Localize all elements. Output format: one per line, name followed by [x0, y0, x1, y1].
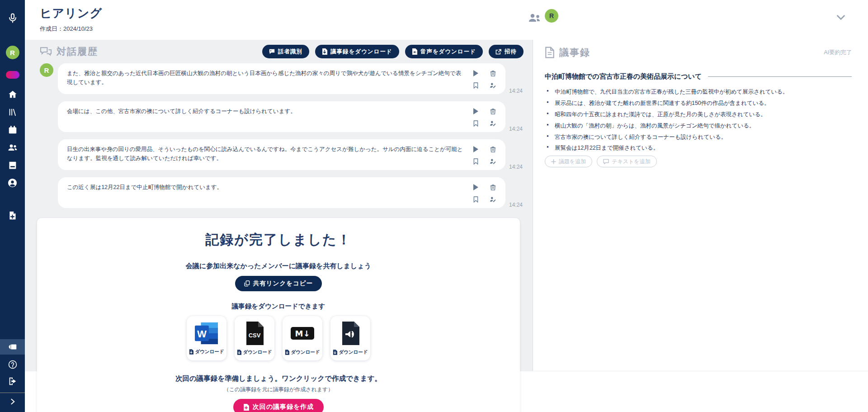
speaker-avatar: R: [40, 63, 53, 77]
chat-message: この近く展は12月22日まで中止町博物館で開かれています。: [40, 177, 524, 208]
download-file-icon: [285, 350, 289, 355]
add-text-button[interactable]: テキストを追加: [597, 156, 656, 167]
markdown-icon: M↓: [290, 321, 315, 346]
message-bubble: また、雅治と親交のあった近代日本画の巨匠横山大観の漁村の朝という日本画から感じた…: [58, 63, 505, 94]
audio-file-icon: [412, 48, 417, 55]
edit-speaker-icon[interactable]: [490, 120, 496, 127]
download-file-icon: [333, 350, 337, 355]
download-tile-markdown[interactable]: M↓ ダウンロード: [283, 316, 322, 360]
minutes-bullet: 中泊町博物館で、九代目当主の宮古市正春が残した三冊の監視中が初めて展示されている…: [545, 88, 852, 96]
bookmark-icon[interactable]: [472, 158, 479, 165]
participants-icon[interactable]: [528, 12, 542, 24]
help-icon[interactable]: [7, 359, 19, 370]
user-avatar[interactable]: R: [545, 9, 558, 23]
logout-icon[interactable]: [7, 375, 19, 387]
copy-share-link-button[interactable]: 共有リンクをコピー: [235, 276, 322, 291]
speaker-id-button[interactable]: 話者識別: [262, 45, 309, 58]
chat-message: R また、雅治と親交のあった近代日本画の巨匠横山大観の漁村の朝という日本画から感…: [40, 63, 524, 94]
minutes-topic-title: 中泊町博物館での宮古市正春の美術品展示について: [545, 72, 702, 81]
next-minutes-note: （この議事録を元に議事録が作成されます）: [37, 386, 520, 393]
minutes-bullet: 横山大観の「漁村の朝」からは、漁村の風景がシチゴン絶句で描かれている。: [545, 122, 852, 130]
word-file-icon: W: [194, 322, 219, 345]
bookmark-icon[interactable]: [472, 196, 479, 203]
play-icon[interactable]: [472, 146, 479, 152]
svg-text:CSV: CSV: [249, 332, 261, 339]
bookmark-icon[interactable]: [472, 120, 479, 127]
edit-speaker-icon[interactable]: [490, 196, 496, 203]
download-tile-audio[interactable]: ダウンロード: [330, 316, 370, 360]
sidebar-item-notebook[interactable]: [7, 159, 19, 171]
sidebar-expand-icon[interactable]: [7, 396, 19, 407]
topic-divider: [708, 76, 852, 77]
sidebar-item-library[interactable]: [7, 106, 19, 118]
comment-icon: [603, 159, 609, 164]
add-topic-button[interactable]: 議題を追加: [545, 156, 592, 167]
speech-bubble-icon: [269, 49, 275, 55]
play-icon[interactable]: [472, 108, 479, 114]
share-prompt: 会議に参加出来なかったメンバーに議事録を共有しましょう: [37, 262, 520, 270]
delete-icon[interactable]: [490, 184, 496, 190]
delete-icon[interactable]: [490, 146, 496, 152]
chat-bubbles-icon: [40, 46, 52, 57]
message-timestamp: 14:24: [509, 164, 523, 170]
minutes-section-title: 議事録: [545, 46, 590, 59]
audio-file-big-icon: [340, 321, 360, 346]
message-actions: [471, 69, 497, 89]
sidebar-item-account[interactable]: [7, 177, 19, 189]
download-tiles: W ダウンロード: [187, 316, 370, 360]
download-tile-csv[interactable]: CSV ダウンロード: [235, 316, 274, 360]
message-text: 会場には、この他、宮古市家の襖について詳しく紹介するコーナーも設けられています。: [67, 107, 465, 127]
create-next-minutes-button[interactable]: 次回の議事録を作成: [233, 399, 324, 412]
sidebar-item-members[interactable]: [7, 142, 19, 153]
download-tile-word[interactable]: W ダウンロード: [187, 316, 226, 360]
chevron-down-icon[interactable]: [836, 14, 845, 21]
message-text: この近く展は12月22日まで中止町博物館で開かれています。: [67, 183, 465, 203]
sidebar-item-home[interactable]: [7, 89, 19, 100]
download-heading: 議事録をダウンロードできます: [37, 302, 520, 311]
message-timestamp: 14:24: [509, 202, 523, 208]
edit-speaker-icon[interactable]: [490, 158, 496, 165]
download-file-icon: [237, 350, 241, 355]
recording-complete-card: 記録が完了しました！ 会議に参加出来なかったメンバーに議事録を共有しましょう 共…: [37, 218, 520, 412]
delete-icon[interactable]: [490, 108, 496, 114]
message-list: R また、雅治と親交のあった近代日本画の巨匠横山大観の漁村の朝という日本画から感…: [40, 63, 524, 208]
chat-panel: 対話履歴 話者識別 議事録をダウン: [25, 40, 533, 371]
download-minutes-button[interactable]: 議事録をダウンロード: [315, 45, 399, 58]
svg-text:W: W: [197, 328, 207, 340]
message-bubble: 会場には、この他、宮古市家の襖について詳しく紹介するコーナーも設けられています。: [58, 101, 505, 132]
bookmark-icon[interactable]: [472, 82, 479, 89]
workspace-gradient-badge[interactable]: [6, 71, 19, 79]
delete-icon[interactable]: [490, 70, 496, 76]
sidebar-item-recording-active[interactable]: [0, 339, 25, 355]
document-icon: [545, 47, 555, 58]
message-bubble: 日生の出来事や身の回りの愛用品、そういったものを関心に読み込んでいるんですね。今…: [58, 139, 505, 170]
ai-summary-status: AI要約完了: [824, 49, 852, 57]
plus-icon: [551, 159, 556, 164]
message-text: また、雅治と親交のあった近代日本画の巨匠横山大観の漁村の朝という日本画から感じた…: [67, 69, 465, 89]
sidebar-item-new-document[interactable]: [7, 209, 19, 221]
app-root: R: [0, 0, 868, 412]
message-timestamp: 14:24: [509, 88, 523, 94]
invite-button[interactable]: 招待: [489, 45, 524, 58]
download-audio-button[interactable]: 音声をダウンロード: [405, 45, 483, 58]
minutes-bullet: 宮古市家の襖について詳しく紹介するコーナーも設けられている。: [545, 133, 852, 141]
minutes-bullet: 展覧会は12月22日まで開催されている。: [545, 144, 852, 152]
play-icon[interactable]: [472, 70, 479, 76]
created-date: 作成日：2024/10/23: [40, 25, 102, 33]
chat-message: 日生の出来事や身の回りの愛用品、そういったものを関心に読み込んでいるんですね。今…: [40, 139, 524, 170]
share-external-icon: [495, 49, 501, 55]
play-icon[interactable]: [472, 184, 479, 190]
chat-section-title: 対話履歴: [40, 45, 98, 58]
sidebar-item-calendar[interactable]: [7, 124, 19, 136]
file-download-icon: [322, 48, 327, 55]
complete-title: 記録が完了しました！: [37, 231, 520, 249]
message-text: 日生の出来事や身の回りの愛用品、そういったものを関心に読み込んでいるんですね。今…: [67, 145, 465, 165]
file-plus-icon: [243, 404, 249, 411]
edit-speaker-icon[interactable]: [490, 82, 496, 89]
page-title: ヒアリング: [40, 5, 102, 21]
sidebar: R: [0, 0, 25, 412]
sidebar-user-avatar[interactable]: R: [6, 46, 19, 59]
minutes-panel: 議事録 AI要約完了 中泊町博物館での宮古市正春の美術品展示について 中泊町博物…: [533, 40, 868, 371]
svg-text:M↓: M↓: [295, 329, 310, 338]
message-actions: [471, 183, 497, 203]
